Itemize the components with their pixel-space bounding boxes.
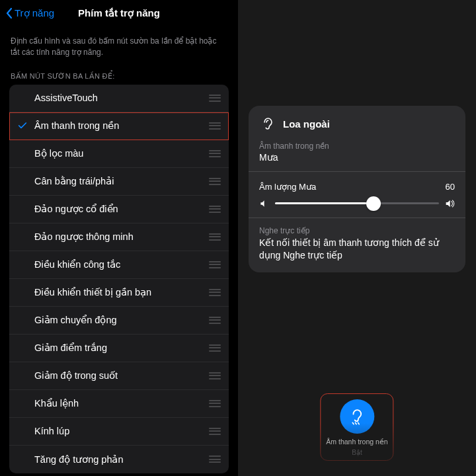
row-label: Khẩu lệnh [34, 398, 202, 409]
divider [249, 171, 465, 172]
drag-handle-icon[interactable] [208, 122, 221, 130]
shortcut-row[interactable]: Bộ lọc màu [9, 140, 229, 168]
row-label: Bộ lọc màu [34, 148, 202, 159]
drag-handle-icon[interactable] [208, 178, 221, 185]
volume-slider[interactable] [259, 198, 455, 209]
volume-low-icon [259, 199, 270, 208]
shortcut-row[interactable]: Cân bằng trái/phải [9, 168, 229, 196]
volume-high-icon [444, 198, 455, 209]
page-title: Phím tắt trợ năng [78, 7, 160, 19]
toggle-state: Bật [352, 449, 362, 456]
live-listen-msg: Kết nối thiết bị âm thanh tương thích để… [259, 237, 455, 262]
slider-track[interactable] [275, 202, 439, 204]
shortcut-row[interactable]: Điều khiển thiết bị gần bạn [9, 279, 229, 307]
drag-handle-icon[interactable] [208, 317, 221, 324]
volume-label: Âm lượng Mưa [259, 182, 316, 192]
description: Định cấu hình và sau đó bấm nút sườn ba … [0, 26, 238, 61]
shortcut-row[interactable]: Âm thanh trong nền [9, 112, 229, 140]
row-label: Tăng độ tương phản [34, 454, 202, 465]
ear-sound-icon [348, 407, 366, 426]
drag-handle-icon[interactable] [208, 206, 221, 213]
back-button[interactable]: Trợ năng [5, 7, 54, 19]
hearing-card[interactable]: Loa ngoài Âm thanh trong nền Mưa Âm lượn… [249, 106, 465, 272]
volume-value: 60 [446, 182, 455, 192]
volume-row: Âm lượng Mưa 60 [259, 180, 455, 209]
shortcut-row[interactable]: Giảm chuyển động [9, 307, 229, 335]
drag-handle-icon[interactable] [208, 261, 221, 268]
drag-handle-icon[interactable] [208, 344, 221, 352]
chevron-left-icon [5, 7, 13, 19]
divider [249, 218, 465, 218]
slider-fill [275, 202, 374, 204]
shortcut-row[interactable]: Đảo ngược thông minh [9, 223, 229, 251]
shortcut-row[interactable]: AssistiveTouch [9, 85, 229, 112]
ear-icon [259, 115, 276, 132]
shortcut-row[interactable]: Đảo ngược cổ điển [9, 196, 229, 223]
checkmark-icon [17, 120, 34, 131]
card-title: Loa ngoài [283, 118, 330, 130]
row-label: Kính lúp [34, 426, 202, 436]
row-label: Cân bằng trái/phải [34, 176, 202, 186]
bg-sound-value: Mưa [259, 152, 455, 163]
drag-handle-icon[interactable] [208, 95, 221, 102]
live-listen-label: Nghe trực tiếp [259, 226, 455, 235]
row-label: AssistiveTouch [34, 93, 202, 103]
drag-handle-icon[interactable] [208, 233, 221, 241]
drag-handle-icon[interactable] [208, 372, 221, 379]
toggle-label: Âm thanh trong nền [326, 438, 387, 446]
row-label: Đảo ngược thông minh [34, 231, 202, 242]
shortcut-list: AssistiveTouchÂm thanh trong nềnBộ lọc m… [9, 85, 229, 473]
row-label: Giảm chuyển động [34, 315, 202, 325]
row-label: Giảm điểm trắng [34, 342, 202, 353]
row-label: Điều khiển thiết bị gần bạn [34, 287, 202, 298]
live-listen-row[interactable]: Nghe trực tiếp Kết nối thiết bị âm thanh… [259, 226, 455, 262]
navbar: Trợ năng Phím tắt trợ năng [0, 0, 238, 26]
background-sound-row[interactable]: Âm thanh trong nền Mưa [259, 141, 455, 163]
row-label: Điều khiển công tắc [34, 259, 202, 270]
drag-handle-icon[interactable] [208, 400, 221, 407]
background-sound-toggle[interactable]: Âm thanh trong nền Bật [321, 394, 393, 460]
drag-handle-icon[interactable] [208, 289, 221, 296]
bg-sound-label: Âm thanh trong nền [259, 141, 455, 151]
row-label: Đảo ngược cổ điển [34, 204, 202, 214]
shortcut-row[interactable]: Kính lúp [9, 418, 229, 446]
drag-handle-icon[interactable] [208, 456, 221, 463]
drag-handle-icon[interactable] [208, 428, 221, 435]
backdrop-top [238, 0, 476, 93]
settings-pane: Trợ năng Phím tắt trợ năng Định cấu hình… [0, 0, 238, 476]
shortcut-row[interactable]: Giảm điểm trắng [9, 335, 229, 362]
section-header: BẤM NÚT SƯỜN BA LẦN ĐỂ: [0, 61, 238, 85]
control-center-pane: Loa ngoài Âm thanh trong nền Mưa Âm lượn… [238, 0, 476, 476]
shortcut-row[interactable]: Giảm độ trong suốt [9, 362, 229, 390]
row-label: Âm thanh trong nền [34, 120, 202, 131]
row-label: Giảm độ trong suốt [34, 370, 202, 381]
drag-handle-icon[interactable] [208, 150, 221, 157]
shortcut-row[interactable]: Điều khiển công tắc [9, 251, 229, 279]
back-label: Trợ năng [15, 7, 54, 19]
toggle-circle [340, 399, 374, 434]
slider-thumb[interactable] [366, 196, 381, 211]
shortcut-row[interactable]: Khẩu lệnh [9, 390, 229, 418]
shortcut-row[interactable]: Tăng độ tương phản [9, 446, 229, 473]
card-header: Loa ngoài [259, 115, 455, 132]
